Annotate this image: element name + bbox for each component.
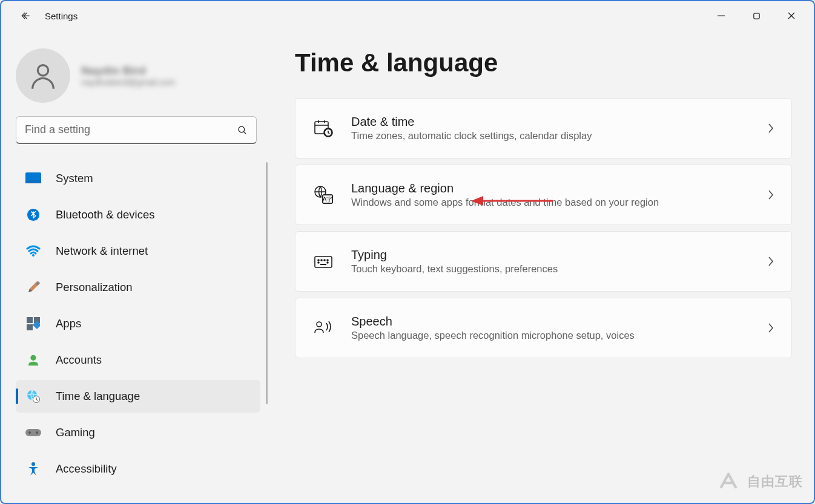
card-title: Typing [351,248,750,262]
sidebar-item-network[interactable]: Network & internet [16,235,260,267]
card-desc: Windows and some apps format dates and t… [351,197,750,208]
sidebar-item-personalization[interactable]: Personalization [16,271,260,304]
calendar-clock-icon [312,117,334,139]
sidebar-item-label: Bluetooth & devices [56,208,155,221]
watermark: 自由互联 [716,469,803,494]
card-language-region[interactable]: A字 Language & region Windows and some ap… [295,165,792,225]
svg-point-40 [327,262,328,263]
wifi-icon [25,243,41,259]
svg-text:A字: A字 [323,196,333,203]
bluetooth-icon [25,207,41,223]
paintbrush-icon [25,280,41,295]
maximize-icon [753,12,761,20]
card-title: Language & region [351,182,750,195]
apps-icon [25,316,41,332]
sidebar-item-system[interactable]: System [16,162,260,195]
close-icon [787,11,796,20]
clock-globe-icon [25,388,41,404]
app-title: Settings [45,11,78,21]
window-controls [704,4,809,28]
svg-point-21 [28,431,31,434]
sidebar-item-time-language[interactable]: Time & language [16,380,260,413]
search-input[interactable] [25,123,237,136]
svg-point-38 [327,260,328,261]
accounts-icon [25,352,41,368]
svg-point-37 [324,260,325,261]
card-date-time[interactable]: Date & time Time zones, automatic clock … [295,98,792,159]
svg-point-22 [36,431,38,434]
titlebar: Settings [1,1,814,30]
svg-rect-12 [27,317,33,323]
sidebar-item-gaming[interactable]: Gaming [16,416,260,449]
keyboard-icon [312,250,334,272]
close-button[interactable] [774,4,809,28]
card-title: Speech [351,315,750,329]
sidebar-item-apps[interactable]: Apps [16,307,260,340]
sidebar-item-label: Gaming [56,426,95,439]
sidebar: Naydin Bird naydinaberd@gmail.com System… [1,30,271,503]
profile[interactable]: Naydin Bird naydinaberd@gmail.com [16,48,271,103]
card-desc: Speech language, speech recognition micr… [351,330,750,341]
svg-point-23 [31,462,35,466]
navigation: System Bluetooth & devices Network & int… [16,162,260,485]
gaming-icon [25,425,41,440]
watermark-icon [716,469,741,494]
scrollbar[interactable] [266,162,268,404]
svg-line-6 [243,131,246,134]
sidebar-item-label: Apps [56,317,81,330]
profile-name: Naydin Bird [81,64,175,77]
chevron-right-icon [767,189,774,200]
card-title: Date & time [351,115,750,129]
svg-point-42 [317,322,322,327]
svg-rect-34 [315,257,332,267]
svg-rect-1 [753,13,759,18]
avatar [16,48,70,103]
svg-rect-20 [25,429,41,436]
svg-point-4 [38,65,48,76]
svg-point-16 [30,355,36,361]
svg-rect-14 [27,324,33,330]
minimize-button[interactable] [704,4,739,28]
back-button[interactable] [13,4,38,28]
svg-point-39 [318,262,319,263]
settings-cards: Date & time Time zones, automatic clock … [295,98,792,358]
card-desc: Time zones, automatic clock settings, ca… [351,130,750,142]
speech-icon [312,317,334,339]
page-heading: Time & language [295,48,792,77]
main-content: Time & language Date & time Time zones, … [271,30,814,503]
system-icon [25,171,41,186]
language-region-icon: A字 [312,184,334,206]
sidebar-item-bluetooth[interactable]: Bluetooth & devices [16,198,260,231]
sidebar-item-label: Network & internet [56,244,148,258]
search-icon [237,125,248,136]
chevron-right-icon [767,123,774,134]
svg-point-36 [321,260,322,261]
svg-point-35 [318,260,319,261]
sidebar-item-label: Accounts [56,353,102,367]
chevron-right-icon [767,322,774,333]
sidebar-item-label: System [56,172,93,185]
profile-email: naydinaberd@gmail.com [81,77,175,87]
sidebar-item-accessibility[interactable]: Accessibility [16,453,260,485]
svg-rect-8 [25,180,41,183]
svg-point-10 [32,254,35,257]
maximize-button[interactable] [739,4,774,28]
card-desc: Touch keyboard, text suggestions, prefer… [351,263,750,275]
sidebar-item-label: Accessibility [56,462,117,476]
person-icon [27,60,59,91]
sidebar-item-label: Time & language [56,390,140,403]
card-speech[interactable]: Speech Speech language, speech recogniti… [295,298,792,358]
search-box[interactable] [16,116,257,144]
accessibility-icon [25,461,41,477]
card-typing[interactable]: Typing Touch keyboard, text suggestions,… [295,231,792,292]
sidebar-item-accounts[interactable]: Accounts [16,344,260,376]
svg-point-5 [239,126,245,133]
watermark-text: 自由互联 [747,473,803,491]
minimize-icon [717,11,725,20]
profile-text: Naydin Bird naydinaberd@gmail.com [81,64,175,87]
sidebar-item-label: Personalization [56,281,133,294]
chevron-right-icon [767,256,774,267]
